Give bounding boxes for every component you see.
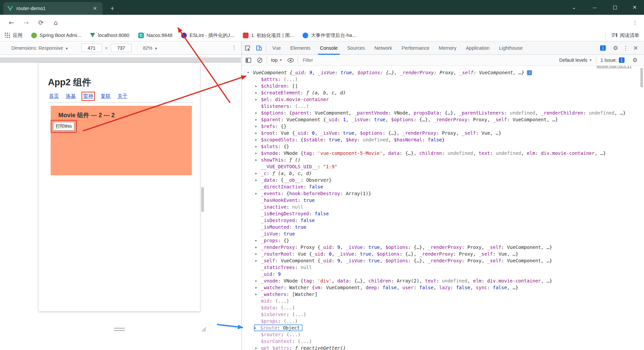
console-scrollbar[interactable] <box>640 68 643 87</box>
disclosure-triangle-icon[interactable]: ▶ <box>255 192 261 195</box>
devtools-settings-gear-icon[interactable]: ⚙ <box>610 45 621 51</box>
home-button[interactable]: ⌂ <box>51 17 61 28</box>
print-this-button[interactable]: 打印this <box>53 122 74 131</box>
disclosure-triangle-icon[interactable]: ▶ <box>255 246 261 249</box>
console-line[interactable]: ▶$options: {parent: VueComponent, _paren… <box>242 110 644 116</box>
browser-tab[interactable]: router-demo1 ✕ <box>3 2 103 15</box>
console-line[interactable]: ▶$refs: {} <box>242 123 644 130</box>
frame-context-select[interactable]: top▼ <box>271 57 282 63</box>
console-line[interactable]: ▶_events: {hook:beforeDestroy: Array(1)} <box>242 190 644 197</box>
nav-link-3[interactable]: 雷神 <box>82 92 95 101</box>
console-line[interactable]: ▶_watcher: Watcher {vm: VueComponent, de… <box>242 284 644 291</box>
disclosure-triangle-icon[interactable]: ▶ <box>255 178 261 182</box>
disclosure-triangle-icon[interactable]: ▶ <box>255 151 261 155</box>
disclosure-triangle-icon[interactable]: ▶ <box>255 131 261 135</box>
devtools-tab-memory[interactable]: Memory <box>434 41 461 55</box>
disclosure-triangle-icon[interactable]: ▶ <box>255 145 261 148</box>
console-line[interactable]: ▶$parent: VueComponent {_uid: 1, _isVue:… <box>242 116 644 123</box>
live-expression-eye-icon[interactable] <box>285 53 296 67</box>
issues-count-badge[interactable]: 1 <box>619 57 625 63</box>
vue-devtools-inspect-icon[interactable]: i <box>527 70 532 75</box>
log-levels-select[interactable]: Default levels▼ <box>559 57 592 63</box>
devtools-tab-application[interactable]: Application <box>461 41 494 55</box>
disclosure-triangle-icon[interactable]: ▼ <box>247 71 253 74</box>
console-line[interactable]: ▶_props: {} <box>242 237 644 244</box>
bookmark-apps[interactable]: 应用 <box>5 32 22 39</box>
window-close-button[interactable]: ✕ <box>627 0 642 15</box>
new-tab-button[interactable]: + <box>108 4 117 13</box>
bookmark-item[interactable]: 1. 初始化项目 | 黑... <box>243 32 294 39</box>
nav-link-1[interactable]: 首页 <box>48 92 60 100</box>
devtools-tab-elements[interactable]: Elements <box>285 41 315 55</box>
zoom-select[interactable]: 82%▼ <box>143 45 158 51</box>
disclosure-triangle-icon[interactable]: ▶ <box>255 259 261 262</box>
viewport-height-input[interactable] <box>111 44 131 52</box>
viewport-resize-grip[interactable] <box>114 328 125 331</box>
disclosure-triangle-icon[interactable]: ▶ <box>255 125 261 128</box>
console-source-link[interactable]: Movie.vue?bcff:17 <box>597 66 632 69</box>
console-line[interactable]: ▶$slots: {} <box>242 143 644 150</box>
window-maximize-button[interactable] <box>607 0 623 15</box>
forward-button[interactable]: → <box>21 17 31 28</box>
console-line[interactable]: ▶_data: {__ob__: Observer} <box>242 177 644 183</box>
disclosure-triangle-icon[interactable]: ▶ <box>255 158 261 162</box>
console-line[interactable]: ▶_self: VueComponent {_uid: 9, _isVue: t… <box>242 257 644 264</box>
devtools-tab-network[interactable]: Network <box>370 41 397 55</box>
console-line[interactable]: ▶$children: [] <box>242 83 644 89</box>
inspect-element-icon[interactable] <box>242 41 253 55</box>
console-line[interactable]: ▶_vnode: VNode {tag: 'div', data: {…}, c… <box>242 277 644 284</box>
devtools-menu-icon[interactable]: ⋮ <box>621 45 631 51</box>
device-toolbar-toggle-icon[interactable] <box>253 41 265 55</box>
nav-link-2[interactable]: 洛基 <box>65 92 77 100</box>
disclosure-triangle-icon[interactable]: ▶ <box>255 138 261 141</box>
console-filter-input[interactable] <box>303 57 390 63</box>
reading-list-button[interactable]: 阅读清单 <box>605 31 639 39</box>
devtools-tab-lighthouse[interactable]: Lighthouse <box>494 41 528 55</box>
clear-console-icon[interactable] <box>254 53 265 67</box>
console-line[interactable]: ▼VueComponent {_uid: 9, _isVue: true, $o… <box>242 69 644 76</box>
browser-menu-icon[interactable]: ⋮ <box>630 17 640 28</box>
console-line[interactable]: ▶$vnode: VNode {tag: 'vue-component-5-Mo… <box>242 150 644 157</box>
nav-link-4[interactable]: 复联 <box>100 92 112 100</box>
disclosure-triangle-icon[interactable]: ▶ <box>255 252 261 256</box>
console-line[interactable]: ▶$root: Vue {_uid: 0, _isVue: true, $opt… <box>242 130 644 136</box>
devtools-tab-console[interactable]: Console <box>315 41 342 55</box>
console-settings-gear-icon[interactable]: ⚙ <box>630 57 640 63</box>
console-line[interactable]: ▶_renderProxy: Proxy {_uid: 9, _isVue: t… <box>242 244 644 251</box>
viewport-width-input[interactable] <box>81 44 102 52</box>
bookmark-item[interactable]: localhost:8080 <box>90 33 129 38</box>
disclosure-triangle-icon[interactable]: ▶ <box>255 293 261 296</box>
disclosure-triangle-icon[interactable]: ▶ <box>255 98 261 101</box>
nav-link-5[interactable]: 关于 <box>116 92 128 100</box>
issues-badge[interactable]: 1 <box>600 45 606 51</box>
issues-count-label[interactable]: 1 Issue: <box>600 57 617 63</box>
bookmark-item[interactable]: Spring Boot Admi... <box>31 33 81 38</box>
bookmark-item[interactable]: CNacos:8848 <box>138 33 172 38</box>
console-line[interactable]: ▶$route: Object <box>242 324 644 331</box>
devtools-close-icon[interactable]: ✕ <box>631 45 641 51</box>
devtools-tab-vue[interactable]: Vue <box>268 41 285 55</box>
disclosure-triangle-icon[interactable]: ▶ <box>255 91 261 94</box>
disclosure-triangle-icon[interactable]: ▶ <box>255 84 261 88</box>
disclosure-triangle-icon[interactable]: ▶ <box>255 286 261 289</box>
devtools-tab-performance[interactable]: Performance <box>397 41 434 55</box>
console-line[interactable]: ▶_watchers: [Watcher] <box>242 291 644 298</box>
console-line[interactable]: ▶$createElement: ƒ (a, b, c, d) <box>242 89 644 96</box>
disclosure-triangle-icon[interactable]: ▶ <box>255 279 261 282</box>
back-button[interactable]: ← <box>6 17 16 28</box>
disclosure-triangle-icon[interactable]: ▶ <box>255 346 261 350</box>
console-sidebar-icon[interactable] <box>243 53 254 67</box>
dimensions-select[interactable]: Dimensions: Responsive▼ <box>11 45 68 51</box>
console-line[interactable]: ▶showThis: ƒ () <box>242 157 644 163</box>
console-line[interactable]: ▶$el: div.movie-container <box>242 96 644 103</box>
console-line[interactable]: ▶$scopedSlots: {$stable: true, $key: und… <box>242 136 644 143</box>
disclosure-triangle-icon[interactable]: ▶ <box>255 326 260 330</box>
devtools-tab-sources[interactable]: Sources <box>342 41 370 55</box>
console-line[interactable]: ▶_routerRoot: Vue {_uid: 0, _isVue: true… <box>242 251 644 257</box>
chevron-down-icon[interactable]: ⌄ <box>566 0 582 15</box>
viewport-scrollbar[interactable] <box>201 187 204 212</box>
disclosure-triangle-icon[interactable]: ▶ <box>255 111 261 115</box>
console-line[interactable]: ▶get $attrs: ƒ reactiveGetter() <box>242 345 644 350</box>
device-toolbar-more-icon[interactable]: ⋮ <box>231 44 237 51</box>
reload-button[interactable]: ⟳ <box>36 17 46 28</box>
